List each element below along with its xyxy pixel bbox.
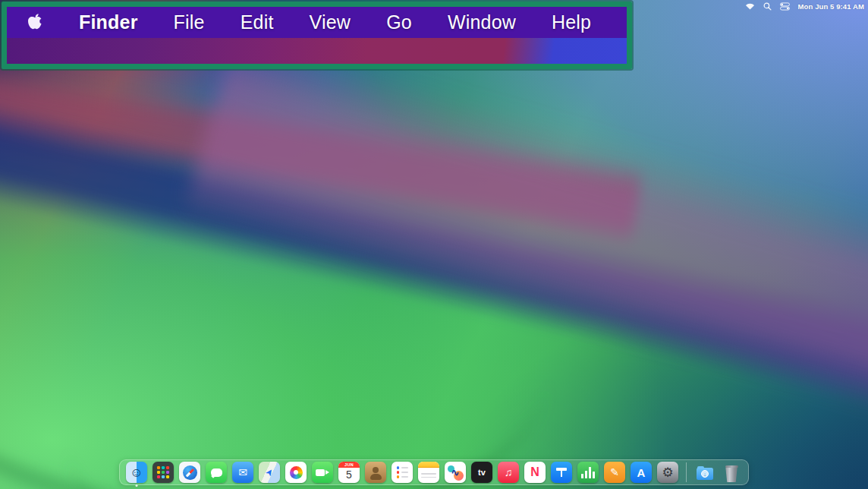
wallpaper-strip	[7, 38, 627, 64]
camcorder	[316, 469, 330, 476]
menu-bar-highlight: Finder File Edit View Go Window Help	[2, 2, 632, 69]
download-arrow: ↓	[701, 470, 709, 478]
dock-item-freeform[interactable]: ∿	[445, 462, 466, 483]
downloads-folder: ↓	[697, 468, 713, 480]
notes-paper	[418, 462, 439, 483]
dock-item-keynote[interactable]	[551, 462, 572, 483]
pinwheel	[290, 466, 303, 479]
squiggle: ∿	[445, 462, 466, 483]
dock-item-safari[interactable]	[179, 462, 200, 483]
apple-menu[interactable]	[27, 13, 43, 32]
dock-item-contacts[interactable]	[365, 462, 386, 483]
launchpad-grid	[157, 466, 170, 479]
menu-item-help[interactable]: Help	[552, 13, 591, 32]
compass-dial	[183, 465, 197, 480]
envelope-icon: ✉	[232, 462, 253, 483]
bar-chart	[581, 466, 596, 478]
menu-item-go[interactable]: Go	[386, 13, 412, 32]
dock-item-settings[interactable]: ⚙	[657, 462, 678, 483]
launchpad-icon	[153, 462, 174, 483]
checklist-icon	[392, 462, 413, 483]
menu-item-window[interactable]: Window	[448, 13, 516, 32]
pen-icon: ✎	[604, 462, 625, 483]
wallpaper-navy-band	[0, 90, 868, 453]
color-pinwheel-icon	[285, 462, 307, 483]
dock-item-tv[interactable]: tv	[471, 462, 492, 483]
calendar-month: JUN	[338, 462, 360, 468]
dock-item-pages[interactable]: ✎	[604, 462, 625, 483]
music-note-icon: ♫	[498, 462, 519, 483]
video-camera-icon	[312, 462, 333, 483]
calendar-day: 5	[338, 468, 360, 483]
dock-item-reminders[interactable]	[392, 462, 413, 483]
dock-item-numbers[interactable]	[577, 462, 599, 483]
dock-item-downloads[interactable]: ↓	[694, 462, 715, 483]
dock-divider	[686, 462, 687, 482]
podium-icon	[551, 462, 572, 483]
dock-item-mail[interactable]: ✉	[232, 462, 253, 483]
calendar-page: JUN5	[338, 462, 360, 483]
dock-item-trash[interactable]	[721, 462, 742, 483]
wallpaper-mauve-band	[183, 30, 868, 489]
wifi-icon[interactable]	[745, 2, 755, 10]
control-center-icon[interactable]	[780, 2, 790, 11]
reminders-list	[397, 466, 408, 478]
dock-item-calendar[interactable]: JUN5	[338, 462, 360, 483]
news-icon: N	[524, 462, 546, 483]
person-silhouette-icon	[365, 462, 386, 483]
wallpaper-ridge	[0, 80, 578, 489]
gear-icon: ⚙	[657, 462, 678, 483]
apple-logo-icon	[27, 13, 43, 32]
dock-item-finder[interactable]: ☺	[126, 462, 147, 483]
speech-bubble-icon	[206, 462, 227, 483]
trash-can-icon	[721, 462, 742, 483]
spotlight-search-icon[interactable]	[763, 2, 772, 11]
trash-can	[721, 462, 742, 483]
app-store-icon: A	[631, 462, 652, 483]
menu-item-edit[interactable]: Edit	[241, 13, 274, 32]
dock-item-facetime[interactable]	[312, 462, 333, 483]
menu-bar-status-area: Mon Jun 5 9:41 AM	[745, 1, 864, 11]
maps-arrow-icon: ➤	[259, 462, 280, 483]
menu-item-finder[interactable]: Finder	[79, 13, 138, 32]
bar-chart-icon	[577, 462, 599, 483]
finder-icon: ☺	[126, 462, 147, 483]
dock-item-messages[interactable]	[206, 462, 227, 483]
dock-item-appstore[interactable]: A	[631, 462, 652, 483]
chat-bubble	[211, 468, 222, 477]
menu-item-file[interactable]: File	[174, 13, 205, 32]
dock-item-photos[interactable]	[285, 462, 307, 483]
apple-tv-icon: tv	[471, 462, 492, 483]
wallpaper-ridge	[0, 194, 723, 489]
compass-needle	[186, 468, 194, 477]
safari-compass-icon	[179, 462, 200, 483]
dock-item-news[interactable]: N	[524, 462, 546, 483]
downloads-folder-icon: ↓	[694, 462, 715, 483]
notepad-icon	[418, 462, 439, 483]
dock-item-notes[interactable]	[418, 462, 439, 483]
menu-item-view[interactable]: View	[310, 13, 351, 32]
person-silhouette	[370, 467, 382, 480]
squiggle-icon: ∿	[445, 462, 466, 483]
running-indicator	[136, 484, 138, 487]
dock-item-launchpad[interactable]	[153, 462, 174, 483]
podium	[556, 468, 567, 477]
clock[interactable]: Mon Jun 5 9:41 AM	[798, 2, 864, 11]
dock-item-music[interactable]: ♫	[498, 462, 519, 483]
calendar-icon: JUN5	[338, 462, 360, 483]
dock-item-maps[interactable]: ➤	[259, 462, 280, 483]
wallpaper-maroon-band	[0, 50, 643, 249]
dock: ☺✉➤JUN5∿tv♫N✎A⚙↓	[119, 459, 749, 485]
menu-bar: Finder File Edit View Go Window Help	[7, 7, 627, 38]
desktop-wallpaper: Mon Jun 5 9:41 AM Finder File Edit View …	[0, 0, 868, 489]
